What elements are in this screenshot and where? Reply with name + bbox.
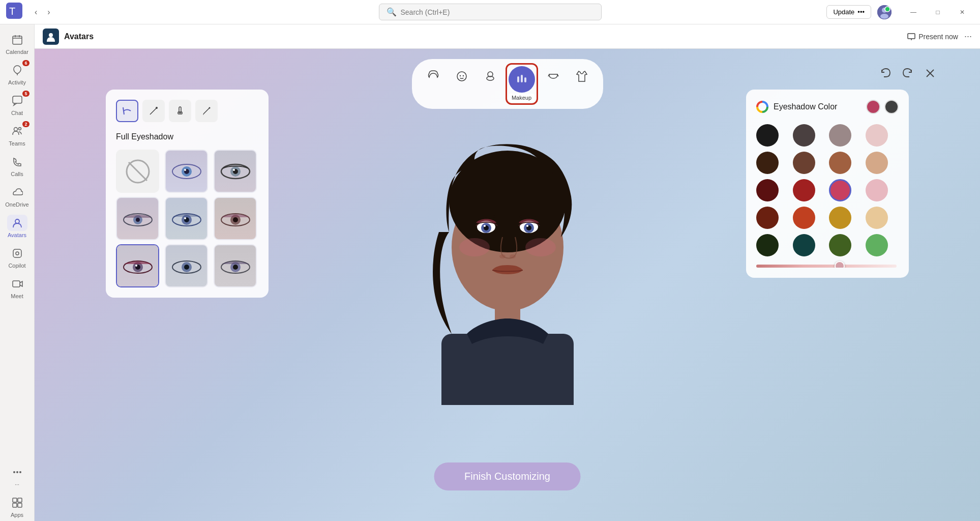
svg-point-5	[885, 7, 890, 12]
color-dot-lightbrown[interactable]	[866, 152, 888, 174]
update-button[interactable]: Update •••	[826, 5, 871, 19]
sidebar-item-more[interactable]: ···	[2, 461, 33, 490]
svg-point-51	[184, 169, 186, 171]
search-bar[interactable]: 🔍	[379, 4, 602, 20]
color-dot-rosered[interactable]	[829, 179, 851, 201]
color-dot-lightyellow[interactable]	[866, 207, 888, 229]
toolbar-clothing-button[interactable]	[569, 63, 595, 90]
color-dot-lightrosepink[interactable]	[866, 179, 888, 201]
style-eye6[interactable]	[116, 244, 159, 287]
close-editor-button[interactable]	[921, 64, 939, 82]
svg-point-14	[15, 219, 19, 223]
color-dot-black[interactable]	[756, 124, 779, 147]
selected-color-2[interactable]	[884, 100, 899, 114]
toolbar-hair-button[interactable]	[420, 63, 447, 90]
eyeshadow-style-grid	[116, 150, 258, 287]
color-dot-olive[interactable]	[829, 234, 851, 256]
svg-point-89	[499, 254, 506, 258]
teams-badge: 2	[22, 121, 29, 127]
undo-button[interactable]	[876, 64, 895, 82]
sidebar-item-more-label: ···	[15, 481, 19, 487]
makeup-tab-lipstick[interactable]	[169, 100, 191, 122]
svg-rect-26	[908, 34, 915, 39]
sidebar-item-apps[interactable]: Apps	[2, 491, 33, 521]
window-controls: — □ ✕	[902, 4, 974, 20]
activity-icon: 6	[7, 62, 27, 78]
color-dot-grey[interactable]	[829, 124, 851, 147]
color-dot-brown[interactable]	[793, 152, 815, 174]
left-panel: Full Eyeshadow	[106, 90, 269, 298]
color-dot-darkgreen[interactable]	[756, 234, 779, 256]
color-dot-lightpink[interactable]	[866, 124, 888, 147]
color-dot-mediumbrown[interactable]	[829, 152, 851, 174]
style-eye5[interactable]	[214, 197, 257, 240]
close-window-button[interactable]: ✕	[951, 4, 974, 20]
sidebar: Calendar 6 Activity 5 Chat 2 Teams	[0, 24, 35, 521]
sidebar-item-calls-label: Calls	[11, 171, 23, 177]
finish-customizing-button[interactable]: Finish Customizing	[434, 462, 581, 490]
style-eye3[interactable]	[116, 197, 159, 240]
minimize-button[interactable]: —	[902, 4, 925, 20]
svg-line-47	[129, 162, 147, 181]
color-scroll[interactable]	[756, 124, 899, 268]
makeup-tooltip: Makeup	[509, 94, 534, 102]
sidebar-item-activity[interactable]: 6 Activity	[2, 59, 33, 89]
makeup-tab-eyeshadow[interactable]	[116, 100, 138, 122]
redo-button[interactable]	[899, 64, 917, 82]
sidebar-item-copilot[interactable]: Copilot	[2, 242, 33, 272]
sidebar-item-chat[interactable]: 5 Chat	[2, 90, 33, 119]
style-none[interactable]	[116, 150, 159, 193]
style-eye1[interactable]	[165, 150, 208, 193]
svg-point-19	[16, 471, 18, 473]
makeup-tab-liner[interactable]	[195, 100, 218, 122]
color-dot-darkorange[interactable]	[756, 207, 779, 229]
nav-back-button[interactable]: ‹	[31, 6, 41, 19]
selected-color-1[interactable]	[866, 100, 880, 114]
sidebar-item-meet[interactable]: Meet	[2, 273, 33, 302]
color-dot-red[interactable]	[793, 179, 815, 201]
toolbar-face-button[interactable]	[449, 63, 475, 90]
color-dot-yellow[interactable]	[829, 207, 851, 229]
calls-icon	[7, 154, 27, 170]
toolbar-makeup-selected-box: Makeup	[506, 63, 538, 105]
sidebar-item-calendar[interactable]: Calendar	[2, 28, 33, 58]
sidebar-item-onedrive[interactable]: OneDrive	[2, 181, 33, 211]
color-dot-darkred[interactable]	[756, 179, 779, 201]
maximize-button[interactable]: □	[926, 4, 949, 20]
titlebar-actions: Update ••• — □ ✕	[826, 4, 974, 20]
color-dot-orange[interactable]	[793, 207, 815, 229]
search-input[interactable]	[401, 8, 594, 16]
style-eye4[interactable]	[165, 197, 208, 240]
color-dot-lightgreen[interactable]	[866, 234, 888, 256]
nav-forward-button[interactable]: ›	[43, 6, 54, 19]
user-avatar[interactable]	[877, 5, 892, 19]
svg-rect-35	[524, 77, 526, 82]
activity-badge: 6	[22, 60, 29, 66]
svg-rect-22	[18, 498, 22, 502]
sidebar-item-copilot-label: Copilot	[8, 263, 25, 269]
makeup-tab-blush[interactable]	[142, 100, 165, 122]
present-now-button[interactable]: Present now	[907, 33, 958, 41]
style-eye7[interactable]	[165, 244, 208, 287]
app-content: Avatars Present now ···	[35, 24, 980, 521]
avatar-center	[375, 74, 640, 420]
color-dot-darkbrown[interactable]	[756, 152, 779, 174]
toolbar-makeup-button[interactable]	[509, 66, 535, 93]
toolbar-right	[876, 64, 939, 82]
color-dot-darkgrey[interactable]	[793, 124, 815, 147]
header-more-button[interactable]: ···	[964, 31, 972, 42]
style-eye2[interactable]	[214, 150, 257, 193]
toolbar-facial-hair-button[interactable]	[477, 63, 503, 90]
sidebar-item-teams[interactable]: 2 Teams	[2, 120, 33, 150]
app-layout: Calendar 6 Activity 5 Chat 2 Teams	[0, 24, 980, 521]
toolbar-accessories-button[interactable]	[540, 63, 567, 90]
onedrive-icon	[7, 184, 27, 200]
sidebar-item-avatars[interactable]: Avatars	[2, 212, 33, 241]
chat-icon: 5	[7, 93, 27, 109]
color-dot-teal[interactable]	[793, 234, 815, 256]
app-header: Avatars Present now ···	[35, 24, 980, 49]
color-grid	[756, 124, 897, 256]
color-intensity-slider[interactable]	[756, 265, 897, 268]
sidebar-item-calls[interactable]: Calls	[2, 151, 33, 180]
style-eye8[interactable]	[214, 244, 257, 287]
